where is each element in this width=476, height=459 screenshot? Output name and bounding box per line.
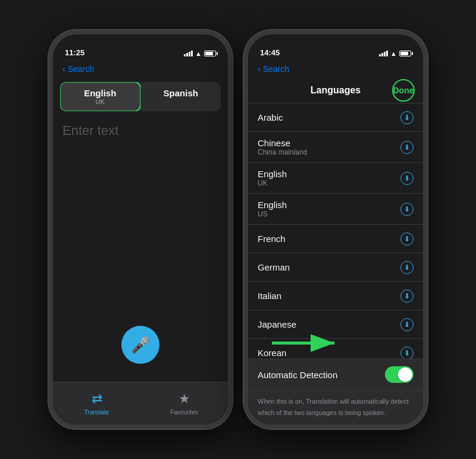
tab-translate[interactable]: ⇄ Translate	[53, 382, 140, 425]
status-time-right: 14:45	[260, 48, 280, 57]
lang-tab-english-name: English	[65, 88, 136, 98]
back-button-left[interactable]: ‹ Search	[62, 64, 94, 74]
languages-title: Languages	[311, 85, 361, 96]
right-phone: 14:45 ▲ ‹ Se	[243, 30, 428, 429]
bottom-tab-bar: ⇄ Translate ★ Favourites	[53, 382, 228, 425]
status-bar-left: 11:25 ▲	[53, 34, 228, 61]
lang-tab-english[interactable]: English UK	[60, 82, 140, 111]
download-icon[interactable]: ⬇	[400, 318, 414, 331]
wifi-icon-right: ▲	[390, 50, 397, 57]
lang-tab-spanish-name: Spanish	[146, 88, 217, 98]
list-item: Chinese China mainland ⬇	[248, 132, 423, 163]
done-button[interactable]: Done	[392, 79, 415, 102]
download-icon[interactable]: ⬇	[400, 111, 414, 124]
auto-detect-section: Automatic Detection When this is on, Tra…	[248, 359, 423, 425]
left-phone: 11:25 ▲ ‹ Se	[48, 30, 233, 429]
list-item: Italian ⬇	[248, 282, 423, 310]
back-button-right[interactable]: ‹ Search	[258, 64, 289, 74]
languages-list[interactable]: Arabic ⬇ Chinese China mainland ⬇	[248, 103, 423, 359]
status-time-left: 11:25	[65, 48, 84, 57]
download-icon[interactable]: ⬇	[400, 172, 414, 185]
tab-favourites[interactable]: ★ Favourites	[140, 382, 228, 425]
translate-icon: ⇄	[92, 391, 102, 407]
tab-favourites-label: Favourites	[170, 409, 198, 416]
battery-icon-right	[399, 51, 411, 56]
language-tabs: English UK Spanish	[60, 82, 221, 111]
translate-textarea[interactable]: Enter text	[60, 116, 221, 314]
signal-icon-right	[379, 51, 388, 56]
languages-header: Languages Done	[248, 77, 423, 103]
microphone-icon: 🎤	[131, 336, 150, 354]
auto-detect-desc-text: When this is on, Translation will automa…	[258, 398, 409, 416]
translate-content: English UK Spanish Enter text 🎤	[53, 77, 228, 425]
download-icon[interactable]: ⬇	[400, 347, 414, 359]
lang-tab-english-sub: UK	[65, 98, 136, 105]
download-icon[interactable]: ⬇	[400, 141, 414, 154]
auto-detect-toggle[interactable]	[385, 366, 414, 383]
star-icon: ★	[178, 391, 190, 407]
lang-tab-spanish[interactable]: Spanish	[141, 82, 221, 111]
languages-content: Languages Done Arabic ⬇ Chin	[248, 77, 423, 425]
chevron-left-icon-right: ‹	[258, 64, 261, 74]
wifi-icon: ▲	[195, 50, 202, 57]
list-item: Arabic ⬇	[248, 103, 423, 132]
tab-translate-label: Translate	[84, 409, 109, 416]
download-icon[interactable]: ⬇	[400, 261, 414, 274]
chevron-left-icon: ‹	[62, 64, 65, 74]
list-item: German ⬇	[248, 253, 423, 282]
nav-bar-right: ‹ Search	[248, 61, 423, 77]
list-item: English UK ⬇	[248, 163, 423, 194]
auto-detect-label: Automatic Detection	[258, 370, 337, 380]
download-icon[interactable]: ⬇	[400, 203, 414, 216]
status-icons-right: ▲	[379, 50, 411, 57]
auto-detect-row: Automatic Detection	[248, 359, 423, 391]
list-item: Korean ⬇	[248, 339, 423, 359]
download-icon[interactable]: ⬇	[400, 232, 414, 246]
status-icons-left: ▲	[184, 50, 216, 57]
list-item: French ⬇	[248, 225, 423, 253]
list-item: Japanese ⬇	[248, 310, 423, 339]
nav-bar-left: ‹ Search	[53, 61, 228, 77]
status-bar-right: 14:45 ▲	[248, 34, 423, 61]
mic-area: 🎤	[53, 314, 228, 382]
signal-icon	[184, 51, 193, 56]
list-item: English US ⬇	[248, 194, 423, 225]
placeholder-text: Enter text	[62, 123, 118, 139]
battery-icon	[204, 51, 216, 56]
auto-detect-desc: When this is on, Translation will automa…	[248, 391, 423, 425]
download-icon[interactable]: ⬇	[400, 290, 414, 303]
microphone-button[interactable]: 🎤	[121, 326, 159, 364]
